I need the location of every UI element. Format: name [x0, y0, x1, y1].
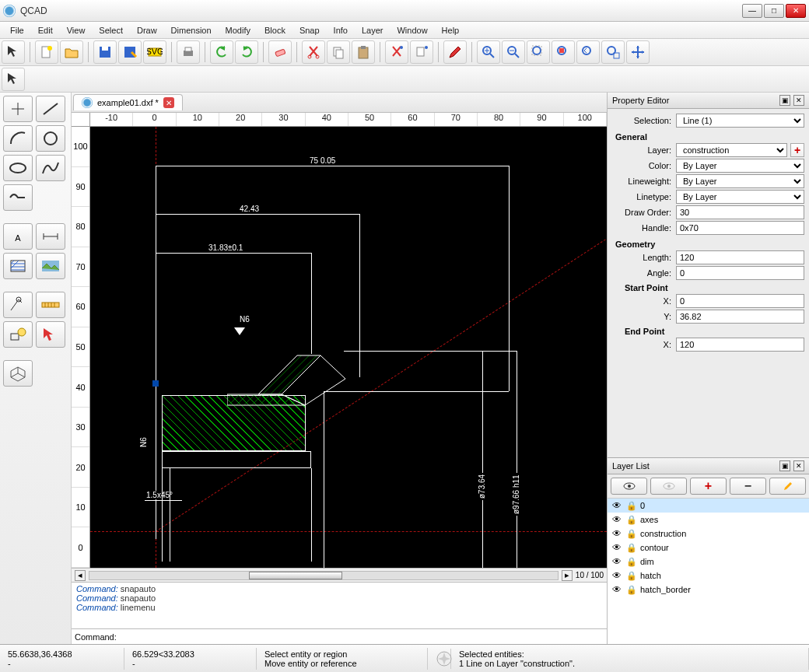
start-x-input[interactable]	[676, 294, 804, 308]
draworder-input[interactable]	[676, 205, 804, 219]
lock-icon[interactable]: 🔒	[626, 501, 637, 511]
hide-all-button[interactable]	[650, 478, 687, 495]
zoom-prev-button[interactable]	[576, 40, 600, 64]
tab-close-button[interactable]: ✕	[163, 97, 174, 108]
doc-icon	[82, 97, 93, 108]
open-button[interactable]	[60, 40, 83, 64]
menu-select[interactable]: Select	[92, 24, 130, 37]
save-button[interactable]	[93, 40, 117, 64]
print-button[interactable]	[177, 40, 200, 64]
text-tool[interactable]: A	[3, 223, 33, 250]
select-tool[interactable]	[36, 321, 65, 348]
measure-tool[interactable]	[36, 292, 65, 318]
drawing-canvas[interactable]: /* decorative dots omitted */ 75 0.05 42…	[90, 127, 607, 568]
new-button[interactable]	[35, 40, 58, 64]
main-toolbar: SVG	[0, 39, 809, 66]
copy-button[interactable]	[327, 40, 350, 64]
edit-layer-button[interactable]	[769, 478, 806, 495]
circle-tool[interactable]	[36, 125, 65, 152]
copy-ref-button[interactable]	[410, 40, 433, 64]
start-y-input[interactable]	[676, 310, 804, 324]
color-select[interactable]: By Layer	[676, 159, 804, 173]
pointer-tool-button[interactable]	[2, 68, 25, 91]
show-all-button[interactable]	[611, 478, 647, 495]
ellipse-tool[interactable]	[3, 155, 33, 181]
isometric-tool[interactable]	[3, 360, 33, 387]
pencil-button[interactable]	[443, 40, 467, 64]
layer-item-dim[interactable]: 👁🔒dim	[608, 555, 809, 569]
layer-item-hatchborder[interactable]: 👁🔒hatch_border	[608, 583, 809, 597]
close-button[interactable]: ✕	[786, 4, 806, 18]
menu-file[interactable]: File	[3, 24, 31, 37]
horizontal-scrollbar[interactable]: ◂ ▸ 10 / 100	[72, 568, 607, 582]
layer-item-0[interactable]: 👁🔒0	[608, 499, 809, 513]
layer-item-contour[interactable]: 👁🔒contour	[608, 541, 809, 555]
layer-item-axes[interactable]: 👁🔒axes	[608, 513, 809, 527]
eye-icon[interactable]: 👁	[612, 500, 623, 511]
menu-layer[interactable]: Layer	[355, 24, 390, 37]
minimize-button[interactable]: —	[742, 4, 762, 18]
menu-dimension[interactable]: Dimension	[164, 24, 219, 37]
dimension-tool[interactable]	[36, 223, 65, 250]
hatch-tool[interactable]	[3, 253, 33, 279]
lineweight-select[interactable]: By Layer	[676, 174, 804, 188]
save-as-button[interactable]	[118, 40, 142, 64]
close-panel-button[interactable]: ✕	[793, 95, 804, 106]
svg-point-21	[533, 47, 541, 54]
image-tool[interactable]	[36, 253, 65, 279]
line-tool[interactable]	[36, 96, 65, 122]
block-tool[interactable]	[3, 321, 33, 348]
angle-input[interactable]	[676, 266, 804, 280]
document-tabs: example01.dxf * ✕	[72, 93, 607, 113]
menu-window[interactable]: Window	[390, 24, 434, 37]
layer-select[interactable]: construction	[676, 143, 787, 157]
zoom-in-button[interactable]	[477, 40, 500, 64]
linetype-select[interactable]: By Layer	[676, 190, 804, 204]
layer-item-hatch[interactable]: 👁🔒hatch	[608, 569, 809, 583]
zoom-out-button[interactable]	[502, 40, 525, 64]
reset-tool-button[interactable]	[2, 40, 25, 64]
menu-help[interactable]: Help	[435, 24, 467, 37]
selection-select[interactable]: Line (1)	[676, 114, 804, 128]
length-input[interactable]	[676, 250, 804, 264]
add-layer-button[interactable]: +	[790, 143, 804, 157]
selection-point[interactable]	[152, 380, 159, 387]
svg-rect-15	[361, 46, 366, 49]
zoom-auto-button[interactable]	[527, 40, 550, 64]
menu-info[interactable]: Info	[327, 24, 355, 37]
paste-button[interactable]	[352, 40, 375, 64]
add-layer-button-2[interactable]: +	[690, 478, 727, 495]
document-tab[interactable]: example01.dxf * ✕	[73, 94, 183, 110]
polyline-tool[interactable]	[3, 184, 33, 211]
redo-button[interactable]	[235, 40, 258, 64]
remove-layer-button[interactable]: −	[730, 478, 766, 495]
end-x-input[interactable]	[676, 338, 804, 352]
menu-view[interactable]: View	[60, 24, 93, 37]
point-tool[interactable]	[3, 96, 33, 122]
dock-button[interactable]: ▣	[779, 95, 790, 106]
pan-button[interactable]	[626, 40, 650, 64]
maximize-button[interactable]: □	[764, 4, 784, 18]
zoom-window-button[interactable]	[601, 40, 625, 64]
dim-2: 42.43	[238, 205, 261, 213]
menu-edit[interactable]: Edit	[31, 24, 60, 37]
menu-draw[interactable]: Draw	[130, 24, 164, 37]
undo-button[interactable]	[210, 40, 233, 64]
handle-input[interactable]	[676, 221, 804, 235]
cut-button[interactable]	[302, 40, 325, 64]
dock-button-2[interactable]: ▣	[779, 460, 790, 471]
close-panel-button-2[interactable]: ✕	[793, 460, 804, 471]
layer-item-construction[interactable]: 👁🔒construction	[608, 527, 809, 541]
modify-tool[interactable]	[3, 292, 33, 318]
cut-ref-button[interactable]	[385, 40, 408, 64]
menu-block[interactable]: Block	[257, 24, 292, 37]
zoom-selection-button[interactable]	[552, 40, 575, 64]
svg-rect-13	[336, 50, 343, 58]
arc-tool[interactable]	[3, 125, 33, 152]
command-input[interactable]	[119, 632, 604, 642]
menu-snap[interactable]: Snap	[292, 24, 327, 37]
export-svg-button[interactable]: SVG	[143, 40, 166, 64]
menu-modify[interactable]: Modify	[219, 24, 257, 37]
spline-tool[interactable]	[36, 155, 65, 181]
erase-button[interactable]	[268, 40, 292, 64]
